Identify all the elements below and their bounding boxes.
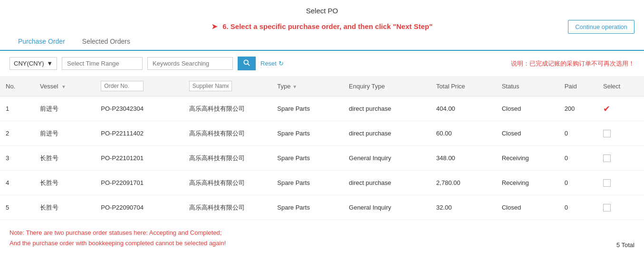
cell-total-price: 404.00 — [431, 96, 496, 121]
cell-enquiry-type: direct purchase — [343, 171, 431, 195]
cell-supplier-name: 高乐高科技有限公司 — [183, 96, 272, 121]
cell-paid: 200 — [559, 96, 597, 121]
refresh-icon: ↻ — [279, 60, 284, 67]
cell-paid: 0 — [559, 146, 597, 171]
col-paid: Paid — [559, 76, 597, 96]
cell-total-price: 2,780.00 — [431, 171, 496, 195]
cell-enquiry-type: direct purchase — [343, 96, 431, 121]
cell-select[interactable] — [597, 195, 644, 220]
cell-type: Spare Parts — [271, 195, 343, 220]
cell-type: Spare Parts — [271, 96, 343, 121]
cell-total-price: 60.00 — [431, 121, 496, 146]
table-row: 4长胜号PO-P22091701高乐高科技有限公司Spare Partsdire… — [0, 171, 644, 195]
cell-type: Spare Parts — [271, 146, 343, 171]
order-no-filter-input[interactable] — [101, 81, 144, 91]
page-title: Select PO — [0, 0, 644, 19]
cell-total-price: 348.00 — [431, 146, 496, 171]
cell-paid: 0 — [559, 195, 597, 220]
cell-order-no: PO-P22091701 — [95, 171, 183, 195]
col-vessel: Vessel ▼ — [34, 76, 95, 96]
cell-supplier-name: 高乐高科技有限公司 — [183, 171, 272, 195]
tab-selected-orders[interactable]: Selected Orders — [74, 34, 139, 50]
type-filter-icon: ▼ — [292, 84, 297, 89]
cell-order-no: PO-P23042304 — [95, 96, 183, 121]
footer-note: Note: There are two purchase order statu… — [10, 228, 226, 249]
table-row: 3长胜号PO-P22101201高乐高科技有限公司Spare PartsGene… — [0, 146, 644, 171]
cell-supplier-name: 高乐高科技有限公司 — [183, 146, 272, 171]
cell-no: 3 — [0, 146, 34, 171]
cell-status: Closed — [496, 96, 559, 121]
cell-vessel: 长胜号 — [34, 171, 95, 195]
cell-order-no: PO-P22111402 — [95, 121, 183, 146]
currency-label: CNY(CNY) — [14, 60, 44, 67]
checkbox-unchecked[interactable] — [603, 179, 611, 187]
cell-type: Spare Parts — [271, 171, 343, 195]
cell-enquiry-type: direct purchase — [343, 121, 431, 146]
arrow-icon: ➤ — [211, 22, 218, 30]
cell-paid: 0 — [559, 121, 597, 146]
cell-supplier-name: 高乐高科技有限公司 — [183, 195, 272, 220]
col-status: Status — [496, 76, 559, 96]
cell-enquiry-type: General Inquiry — [343, 195, 431, 220]
total-count: 5 Total — [616, 241, 634, 249]
table-row: 5长胜号PO-P22090704高乐高科技有限公司Spare PartsGene… — [0, 195, 644, 220]
cell-select[interactable] — [597, 146, 644, 171]
tab-purchase-order[interactable]: Purchase Order — [10, 34, 74, 51]
instruction-text: ➤ 6. Select a specific purchase order, a… — [10, 22, 634, 31]
supplier-filter-input[interactable] — [189, 81, 232, 91]
cell-vessel: 长胜号 — [34, 195, 95, 220]
cell-status: Closed — [496, 195, 559, 220]
keyword-search-input[interactable] — [147, 57, 233, 70]
orders-table: No. Vessel ▼ Type ▼ Enquiry Type Total P… — [0, 76, 644, 220]
table-row: 2前进号PO-P22111402高乐高科技有限公司Spare Partsdire… — [0, 121, 644, 146]
cell-vessel: 长胜号 — [34, 146, 95, 171]
cell-select[interactable] — [597, 121, 644, 146]
tabs-bar: Purchase Order Selected Orders — [0, 34, 644, 51]
cell-type: Spare Parts — [271, 121, 343, 146]
continue-operation-button[interactable]: Continue operation — [568, 20, 634, 34]
sort-icon: ▼ — [61, 84, 66, 89]
cell-status: Closed — [496, 121, 559, 146]
table-header-row: No. Vessel ▼ Type ▼ Enquiry Type Total P… — [0, 76, 644, 96]
search-icon — [243, 59, 250, 66]
col-select: Select — [597, 76, 644, 96]
col-no: No. — [0, 76, 34, 96]
checkbox-unchecked[interactable] — [603, 154, 611, 162]
cell-order-no: PO-P22101201 — [95, 146, 183, 171]
svg-line-1 — [248, 64, 250, 66]
cell-paid: 0 — [559, 171, 597, 195]
reset-button[interactable]: Reset ↻ — [260, 60, 284, 67]
reset-label: Reset — [260, 60, 277, 67]
note-cn: 说明：已完成记账的采购订单不可再次选用！ — [511, 59, 634, 68]
checkbox-unchecked[interactable] — [603, 204, 611, 211]
cell-no: 2 — [0, 121, 34, 146]
cell-select[interactable] — [597, 171, 644, 195]
cell-vessel: 前进号 — [34, 96, 95, 121]
checkbox-checked[interactable]: ✔ — [603, 104, 610, 114]
cell-status: Receiving — [496, 146, 559, 171]
currency-select-wrapper[interactable]: CNY(CNY) ▼ — [10, 57, 57, 70]
table-row: 1前进号PO-P23042304高乐高科技有限公司Spare Partsdire… — [0, 96, 644, 121]
search-button[interactable] — [238, 57, 256, 70]
col-total-price: Total Price — [431, 76, 496, 96]
cell-vessel: 前进号 — [34, 121, 95, 146]
col-enquiry-type: Enquiry Type — [343, 76, 431, 96]
cell-supplier-name: 高乐高科技有限公司 — [183, 121, 272, 146]
cell-no: 4 — [0, 171, 34, 195]
cell-enquiry-type: General Inquiry — [343, 146, 431, 171]
time-range-input[interactable] — [62, 57, 143, 70]
cell-order-no: PO-P22090704 — [95, 195, 183, 220]
cell-no: 1 — [0, 96, 34, 121]
col-supplier-name — [183, 76, 272, 96]
cell-no: 5 — [0, 195, 34, 220]
cell-total-price: 32.00 — [431, 195, 496, 220]
footer: Note: There are two purchase order statu… — [0, 220, 644, 253]
checkbox-unchecked[interactable] — [603, 130, 611, 137]
chevron-down-icon: ▼ — [47, 60, 53, 67]
filters-row: CNY(CNY) ▼ Reset ↻ 说明：已完成记账的采购订单不可再次选用！ — [0, 51, 644, 76]
footer-note-line2: And the purchase order with bookkeeping … — [10, 238, 226, 249]
cell-status: Receiving — [496, 171, 559, 195]
footer-note-line1: Note: There are two purchase order statu… — [10, 228, 226, 238]
cell-select[interactable]: ✔ — [597, 96, 644, 121]
col-type: Type ▼ — [271, 76, 343, 96]
